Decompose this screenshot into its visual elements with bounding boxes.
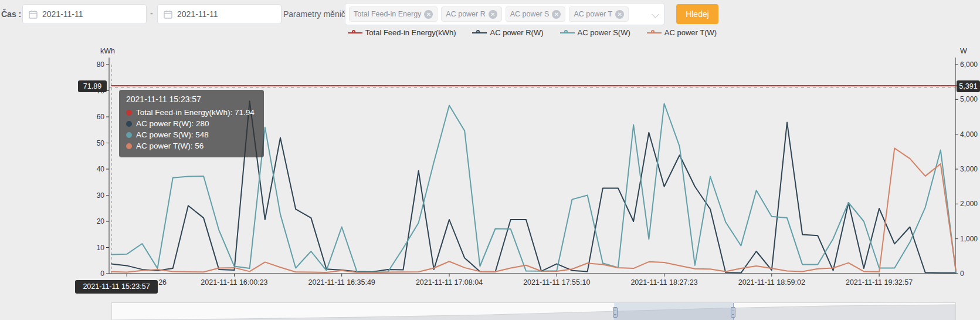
select-tag[interactable]: Total Feed-in Energy✕ [349,6,438,22]
tooltip-item: Total Feed-in Energy(kWh): 71.94 [126,108,257,117]
datazoom-slider[interactable] [111,302,956,320]
date-range-separator: - [150,4,153,23]
x-axis-tick-label: 2021-11-11 19:32:57 [846,278,913,287]
x-axis-tick-label: 2021-11-11 16:00:23 [201,278,267,287]
tooltip-series-dot [126,132,132,138]
select-tag[interactable]: AC power R✕ [441,6,501,22]
datazoom-shadow [112,303,955,320]
tooltip-series-dot [126,121,132,127]
axis-pointer-left-label: 71.89 [78,80,107,92]
x-axis-tick-label: 2021-11-11 17:08:04 [416,278,483,287]
tooltip-series-dot [126,143,132,149]
tooltip-item: AC power T(W): 56 [126,142,257,150]
search-button[interactable]: Hledej [676,4,718,24]
select-tag-label: AC power T [574,10,612,18]
legend-item[interactable]: Total Feed-in Energy(kWh) [348,28,456,37]
x-axis-tick-label: 2021-11-11 18:27:23 [630,278,697,287]
axis-tick-label: 0 [100,270,104,278]
axis-pointer-x-label: 2021-11-11 15:23:57 [75,280,158,294]
select-tag-label: Total Feed-in Energy [354,10,421,18]
y-axis-right-name: W [960,47,967,55]
calendar-icon [164,10,172,19]
tag-close-icon[interactable]: ✕ [615,10,624,19]
datazoom-left-handle[interactable] [613,307,618,318]
axis-tick-label: 3,000 [960,165,978,173]
tooltip-item: AC power R(W): 280 [126,119,257,128]
axis-tick-label: 6,000 [960,60,978,69]
legend-line-icon [472,29,487,36]
tag-close-icon[interactable]: ✕ [552,10,561,19]
x-axis-tick-label: 2021-11-11 16:35:49 [308,278,375,287]
axis-tick-label: 10 [97,244,105,252]
axis-tick-label: 1,000 [960,235,978,243]
axis-pointer-right-label: 5,391 [957,80,980,92]
x-axis-tick-label: 26 [158,278,167,287]
axis-tick-label: 30 [97,191,105,200]
tooltip-item: AC power S(W): 548 [126,130,257,139]
chart-canvas[interactable]: kWhW0102030405060708001,0002,0003,0004,0… [0,44,980,302]
axis-tick-label: 60 [97,113,105,121]
date-to-value: 2021-11-11 [177,9,218,19]
legend-item-label: AC power T(W) [664,28,717,37]
axis-tick-label: 20 [97,217,105,225]
legend-item[interactable]: AC power T(W) [647,28,717,37]
select-tag-label: AC power R [446,10,485,18]
axis-tick-label: 2,000 [960,200,978,208]
select-tag[interactable]: AC power T✕ [569,6,629,22]
date-from-input[interactable]: 2021-11-11 [22,4,147,24]
calendar-icon [29,10,38,19]
chart-legend: Total Feed-in Energy(kWh)AC power R(W)AC… [109,28,955,37]
x-axis-tick-label: 2021-11-11 17:55:10 [523,278,590,287]
x-axis-tick-label: 2021-11-11 18:59:02 [738,278,805,287]
date-from-value: 2021-11-11 [42,9,83,19]
select-tag-label: AC power S [510,10,550,18]
axis-tick-label: 4,000 [960,130,978,139]
select-tag[interactable]: AC power S✕ [506,6,566,22]
legend-item-label: AC power S(W) [578,28,630,37]
y-axis-left-name: kWh [100,47,115,55]
legend-line-icon [348,29,362,36]
datazoom-window[interactable] [615,303,734,320]
series-line-ac-power-t-w- [111,148,956,272]
param-select[interactable]: Total Feed-in Energy✕AC power R✕AC power… [345,3,664,25]
page: { "controls": { "time_label": "Čas :", "… [0,0,980,320]
axis-tick-label: 40 [97,165,105,173]
time-label: Čas : [1,4,21,24]
axis-tick-label: 50 [97,139,105,147]
legend-item-label: Total Feed-in Energy(kWh) [365,28,456,37]
param-label: Parametry měniče: [283,4,352,24]
legend-line-icon [560,29,575,36]
chart-tooltip: 2021-11-11 15:23:57 Total Feed-in Energy… [119,90,264,157]
tooltip-series-dot [126,110,132,116]
date-to-input[interactable]: 2021-11-11 [157,4,282,24]
chevron-down-icon[interactable] [652,11,659,18]
legend-item[interactable]: AC power S(W) [560,28,630,37]
axis-tick-label: 80 [97,60,105,69]
legend-line-icon [647,29,662,36]
legend-item[interactable]: AC power R(W) [472,28,543,37]
datazoom-right-handle[interactable] [731,307,735,318]
axis-tick-label: 0 [960,270,964,278]
legend-item-label: AC power R(W) [490,28,543,37]
axis-tick-label: 5,000 [960,95,978,103]
tooltip-title: 2021-11-11 15:23:57 [126,95,257,104]
tag-close-icon[interactable]: ✕ [489,10,497,19]
tag-close-icon[interactable]: ✕ [424,10,433,19]
